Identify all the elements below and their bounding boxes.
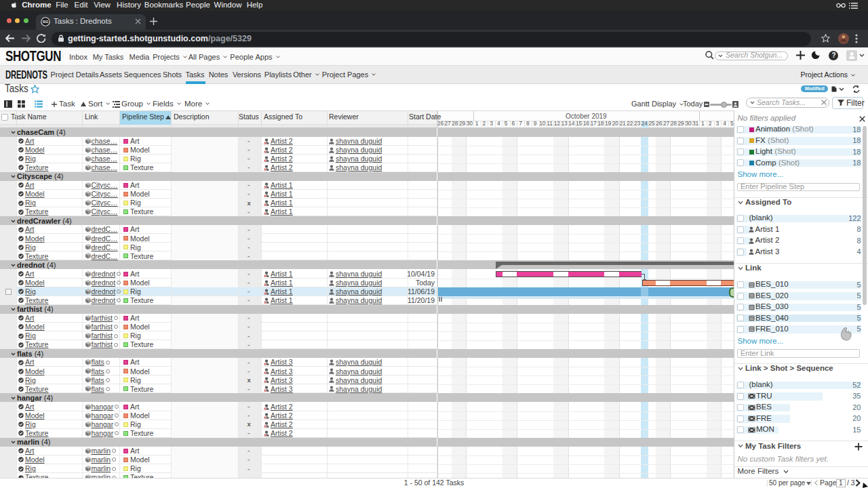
svg-text:SG: SG bbox=[43, 20, 49, 24]
